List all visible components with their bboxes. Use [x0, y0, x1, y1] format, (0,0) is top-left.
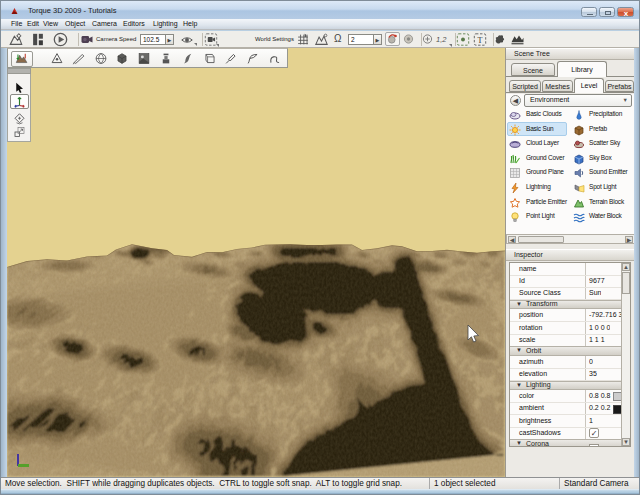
svg-text:T: T: [478, 36, 483, 45]
